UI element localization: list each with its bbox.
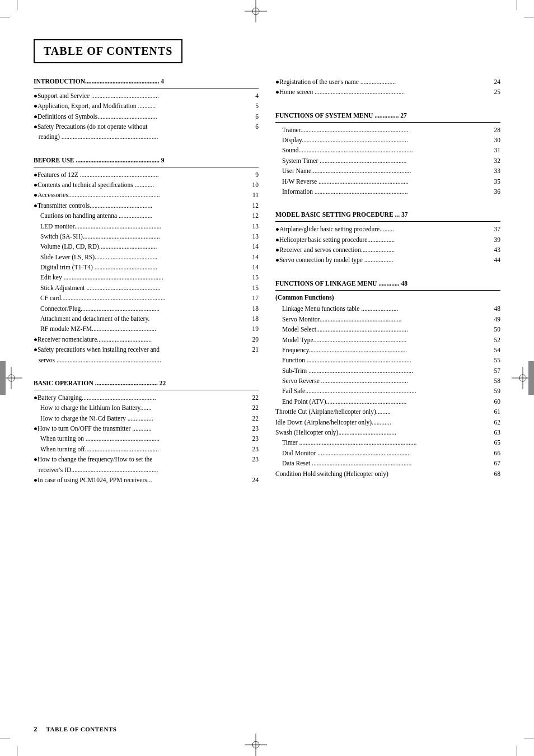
list-item: Sub-Trim ...............................… (275, 366, 500, 376)
list-item: Digital trim (T1-T4) ...................… (34, 262, 259, 272)
list-item: Information ............................… (275, 186, 500, 197)
top-crosshair (245, 0, 267, 22)
corner-mark (17, 0, 17, 10)
page: TABLE OF CONTENTS INTRODUCTION..........… (0, 0, 534, 756)
section-system-menu: FUNCTIONS OF SYSTEM MENU ...............… (275, 111, 500, 123)
list-item: Switch (SA-SH)..........................… (34, 231, 259, 241)
list-item: How to charge the Ni-Cd Battery ........… (34, 413, 259, 423)
list-item: CF card.................................… (34, 293, 259, 303)
list-item: Dial Monitor ...........................… (275, 448, 500, 458)
svg-point-2 (252, 8, 259, 15)
toc-right-column: ●Registration of the user's name .......… (275, 77, 500, 485)
list-item: ●Battery Charging.......................… (34, 393, 259, 403)
list-item: Edit key ...............................… (34, 272, 259, 282)
title-box: TABLE OF CONTENTS (34, 39, 182, 63)
list-item: ●Helicopter basic setting procedure.....… (275, 235, 500, 245)
list-item: Function ...............................… (275, 355, 500, 365)
section-before-use: BEFORE USE .............................… (34, 156, 259, 167)
corner-mark (517, 0, 517, 10)
list-item: Throttle Cut (Airplane/helicopter only).… (275, 407, 500, 417)
list-item: RF module MZ-FM.........................… (34, 324, 259, 334)
list-item: ●How to change the frequency/How to set … (34, 454, 259, 475)
list-item: When turning off........................… (34, 444, 259, 454)
left-side-tab (0, 361, 6, 395)
section-linkage-menu: FUNCTIONS OF LINKAGE MENU ............. … (275, 279, 500, 291)
list-item: ●Support and Service ...................… (34, 91, 259, 101)
list-item: H/W Reverse ............................… (275, 176, 500, 186)
common-functions-subhead: (Common Functions) (275, 293, 500, 303)
list-item: Display.................................… (275, 135, 500, 145)
list-item: ●Safety precautions when installing rece… (34, 344, 259, 365)
page-title: TABLE OF CONTENTS (44, 45, 172, 57)
list-item: Linkage Menu functions table ...........… (275, 304, 500, 314)
list-item: Attachment and detachment of the battery… (34, 314, 259, 324)
list-item: Stick Adjustment .......................… (34, 283, 259, 293)
list-item: Sound...................................… (275, 145, 500, 155)
corner-mark (17, 746, 17, 756)
footer: 2 TABLE OF CONTENTS (34, 725, 500, 734)
corner-mark (517, 746, 517, 756)
list-item: Condition Hold switching (Helicopter onl… (275, 469, 500, 479)
svg-point-11 (519, 375, 526, 381)
footer-label: TABLE OF CONTENTS (46, 726, 117, 732)
list-item: ●Application, Export, and Modification .… (34, 101, 259, 111)
toc-left-column: INTRODUCTION............................… (34, 77, 259, 485)
list-item: Connector/Plug..........................… (34, 304, 259, 314)
svg-point-5 (252, 741, 259, 748)
list-item: ●How to turn On/OFF the transmitter ....… (34, 423, 259, 433)
list-item: Volume (LD, CD, RD).....................… (34, 241, 259, 251)
list-item: Servo Reverse ..........................… (275, 376, 500, 386)
toc-columns: INTRODUCTION............................… (34, 77, 500, 485)
section-basic-operation: BASIC OPERATION ........................… (34, 379, 259, 390)
corner-mark (524, 17, 534, 17)
list-item: ●Home screen ...........................… (275, 87, 500, 97)
list-item: ●Receiver nomenclature..................… (34, 334, 259, 344)
list-item: ●In case of using PCM1024, PPM receivers… (34, 475, 259, 485)
list-item: Fail Safe...............................… (275, 386, 500, 396)
list-item: ●Contents and technical specifications .… (34, 180, 259, 190)
list-item: LED monitor.............................… (34, 221, 259, 231)
list-item: When turning on ........................… (34, 433, 259, 444)
list-item: Model Select............................… (275, 324, 500, 334)
list-item: Timer ..................................… (275, 437, 500, 447)
section-introduction: INTRODUCTION............................… (34, 77, 259, 88)
list-item: ●Features of 12Z .......................… (34, 170, 259, 180)
list-item: ●Accessories............................… (34, 190, 259, 200)
corner-mark (0, 739, 10, 739)
section-model-basic: MODEL BASIC SETTING PROCEDURE ... 37 (275, 210, 500, 222)
list-item: ●Registration of the user's name .......… (275, 77, 500, 87)
list-item: End Point (ATV).........................… (275, 396, 500, 407)
list-item: How to charge the Lithium Ion Battery...… (34, 403, 259, 413)
list-item: User Name...............................… (275, 166, 500, 176)
list-item: Trainer.................................… (275, 125, 500, 135)
page-number: 2 (34, 725, 38, 734)
list-item: Swash (Helicopter only).................… (275, 427, 500, 437)
list-item: Frequency...............................… (275, 345, 500, 355)
svg-point-8 (8, 375, 15, 381)
bottom-crosshair (245, 734, 267, 756)
list-item: Servo Monitor...........................… (275, 314, 500, 324)
list-item: ●Airplane/glider basic setting procedure… (275, 224, 500, 234)
list-item: Idle Down (Airplane/helicopter only)....… (275, 417, 500, 427)
list-item: ●Safety Precautions (do not operate with… (34, 122, 259, 142)
list-item: System Timer ...........................… (275, 156, 500, 166)
list-item: ●Transmitter controls...................… (34, 200, 259, 211)
list-item: Model Type..............................… (275, 335, 500, 345)
corner-mark (0, 17, 10, 17)
corner-mark (524, 739, 534, 739)
list-item: ●Servo connection by model type ........… (275, 255, 500, 265)
list-item: Data Reset .............................… (275, 458, 500, 468)
list-item: ●Definitions of Symbols.................… (34, 111, 259, 122)
list-item: ●Receiver and servos connection.........… (275, 245, 500, 255)
list-item: Slide Lever (LS, RS)....................… (34, 252, 259, 262)
right-side-tab (528, 361, 534, 395)
list-item: Cautions on handling antenna ...........… (34, 211, 259, 221)
